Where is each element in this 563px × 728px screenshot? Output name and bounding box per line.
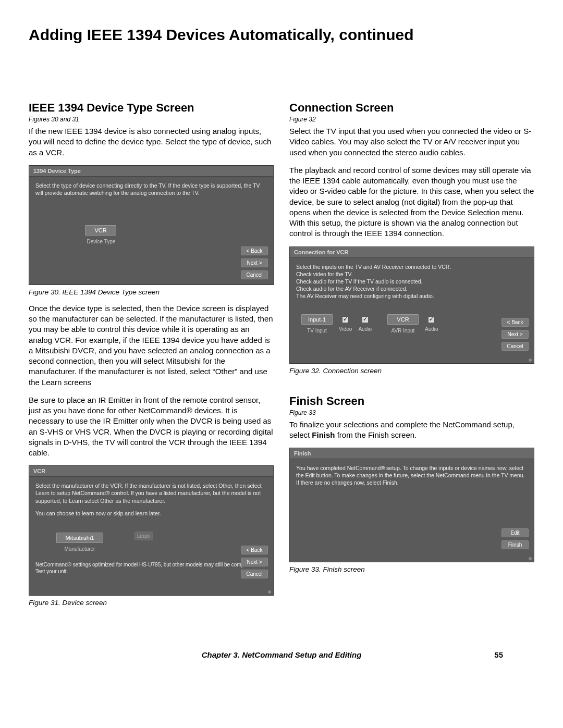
audio-label: Audio — [358, 326, 372, 332]
caption-fig32: Figure 32. Connection screen — [289, 367, 534, 375]
device-type-label: Device Type — [83, 239, 119, 244]
tv-input-label: TV Input — [301, 328, 333, 334]
dialog-title: VCR — [29, 466, 273, 477]
caption-fig33: Figure 33. Finish screen — [289, 565, 534, 573]
instr-line: Check audio for the AV Receiver if conne… — [296, 285, 528, 292]
dialog-connection: Connection for VCR Select the inputs on … — [289, 246, 534, 364]
next-button[interactable]: Next > — [501, 330, 529, 339]
next-button[interactable]: Next > — [241, 258, 268, 267]
audio2-checkbox[interactable] — [428, 316, 435, 323]
dialog-title: Connection for VCR — [290, 247, 534, 258]
device-type-field[interactable]: VCR — [85, 225, 116, 236]
dialog-finish: Finish You have completed NetCommand® se… — [289, 448, 534, 562]
para-connection-1: Select the TV input that you used when y… — [289, 126, 534, 158]
page-number: 55 — [494, 650, 503, 659]
cancel-button[interactable]: Cancel — [501, 342, 529, 351]
dialog-instructions: You have completed NetCommand® setup. To… — [296, 464, 528, 487]
manufacturer-label: Manufacturer — [56, 546, 103, 552]
caption-fig31: Figure 31. Device screen — [29, 599, 274, 607]
para-finish-b: Finish — [312, 430, 335, 439]
video-label: Video — [339, 326, 352, 332]
heading-device-type: IEEE 1394 Device Type Screen — [29, 101, 274, 115]
avr-input-label: AVR Input — [387, 328, 419, 334]
avr-input-field[interactable]: VCR — [387, 314, 419, 325]
caption-fig30: Figure 30. IEEE 1394 Device Type screen — [29, 288, 274, 296]
para-device-screen: Once the device type is selected, then t… — [29, 303, 274, 388]
edit-button[interactable]: Edit — [501, 528, 529, 537]
dialog-note: NetCommand® settings optimized for model… — [35, 561, 267, 575]
resize-grip-icon — [268, 590, 271, 594]
heading-finish: Finish Screen — [289, 394, 534, 408]
back-button[interactable]: < Back — [241, 246, 268, 255]
content-columns: IEEE 1394 Device Type Screen Figures 30 … — [29, 101, 534, 614]
back-button[interactable]: < Back — [241, 546, 268, 554]
dialog-title: Finish — [290, 448, 534, 459]
para-finish-c: from the Finish screen. — [335, 430, 417, 439]
manufacturer-field[interactable]: Mitsubishi1 — [56, 533, 103, 543]
para-connection-2: The playback and record control of some … — [289, 165, 534, 239]
heading-connection: Connection Screen — [289, 101, 534, 115]
learn-button[interactable]: Learn — [134, 532, 153, 540]
cancel-button[interactable]: Cancel — [241, 570, 268, 578]
finish-button[interactable]: Finish — [501, 540, 529, 549]
video-checkbox[interactable] — [342, 316, 349, 323]
footer-chapter: Chapter 3. NetCommand Setup and Editing — [202, 650, 362, 659]
audio2-label: Audio — [425, 326, 438, 332]
instr-line: Select the inputs on the TV and AV Recei… — [296, 263, 528, 270]
figref-30-31: Figures 30 and 31 — [29, 116, 274, 123]
audio-checkbox[interactable] — [362, 316, 369, 323]
dialog-vcr-manufacturer: VCR Select the manufacturer of the VCR. … — [29, 465, 274, 596]
left-column: IEEE 1394 Device Type Screen Figures 30 … — [29, 101, 274, 614]
dialog-instructions: Select the inputs on the TV and AV Recei… — [296, 263, 528, 300]
dialog-1394-device-type: 1394 Device Type Select the type of devi… — [29, 165, 274, 285]
tv-input-field[interactable]: Input-1 — [301, 314, 333, 325]
dialog-instructions: Select the type of device connecting dir… — [35, 182, 267, 196]
dialog-instructions-2: You can choose to learn now or skip and … — [35, 510, 267, 517]
page-footer: Chapter 3. NetCommand Setup and Editing … — [29, 650, 534, 659]
figref-32: Figure 32 — [289, 116, 534, 123]
para-device-type-intro: If the new IEEE 1394 device is also conn… — [29, 126, 274, 158]
instr-line: Check video for the TV. — [296, 270, 528, 278]
para-finish: To finalize your selections and complete… — [289, 419, 534, 441]
instr-line: The AV Receiver may need configuring wit… — [296, 292, 528, 300]
dialog-instructions-1: Select the manufacturer of the VCR. If t… — [35, 482, 267, 504]
back-button[interactable]: < Back — [501, 318, 529, 327]
right-column: Connection Screen Figure 32 Select the T… — [289, 101, 534, 614]
resize-grip-icon — [529, 557, 532, 560]
dialog-title: 1394 Device Type — [29, 166, 273, 177]
instr-line: Check audio for the TV if the TV audio i… — [296, 278, 528, 285]
page-title: Adding IEEE 1394 Devices Automatically, … — [29, 26, 534, 44]
next-button[interactable]: Next > — [241, 558, 268, 566]
resize-grip-icon — [529, 359, 532, 362]
figref-33: Figure 33 — [289, 409, 534, 416]
cancel-button[interactable]: Cancel — [241, 270, 268, 279]
para-ir-emitter: Be sure to place an IR Emitter in front … — [29, 395, 274, 459]
